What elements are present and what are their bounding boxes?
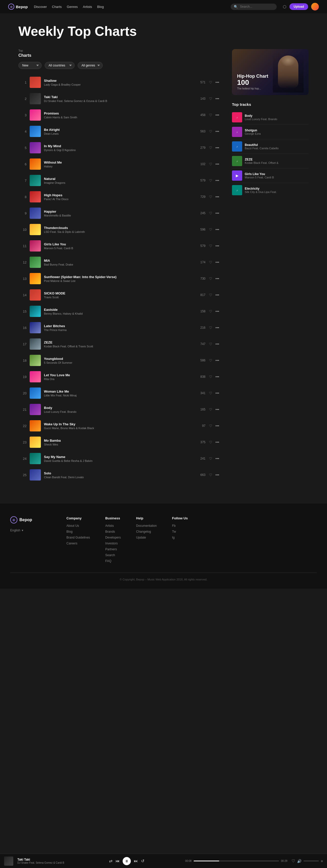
like-button[interactable]: ♡ <box>208 194 213 199</box>
prev-button[interactable]: ⏮ <box>116 859 120 863</box>
footer-link[interactable]: Blog <box>66 530 72 533</box>
chart-row[interactable]: 8 High Hopes Panic! At The Disco 729 ♡ •… <box>19 189 222 205</box>
chart-row[interactable]: 19 Let You Love Me Rita Ora 838 ♡ ••• <box>19 369 222 385</box>
more-button[interactable]: ••• <box>215 341 220 347</box>
nav-artists[interactable]: Artists <box>83 5 92 9</box>
like-button[interactable]: ♡ <box>208 243 213 248</box>
chart-row[interactable]: 16 Later Bitches The Prince Karma 216 ♡ … <box>19 319 222 336</box>
chart-row[interactable]: 17 ZEZE Kodak Black Feat. Offset & Travi… <box>19 336 222 352</box>
chart-row[interactable]: 22 Wake Up In The Sky Gucci Mane, Bruno … <box>19 417 222 434</box>
more-button[interactable]: ••• <box>215 309 220 314</box>
more-button[interactable]: ••• <box>215 423 220 428</box>
like-button[interactable]: ♡ <box>208 374 213 379</box>
footer-link[interactable]: Tw <box>172 530 176 533</box>
like-button[interactable]: ♡ <box>208 276 213 281</box>
like-button[interactable]: ♡ <box>208 260 213 265</box>
more-button[interactable]: ••• <box>215 227 220 232</box>
chart-row[interactable]: 3 Promises Calvin Harris & Sam Smith 458… <box>19 107 222 123</box>
more-button[interactable]: ••• <box>215 374 220 379</box>
footer-link[interactable]: Brands <box>105 530 115 533</box>
chart-row[interactable]: 21 Body Loud Luxury Feat. Brando 165 ♡ •… <box>19 401 222 417</box>
country-filter[interactable]: All countries United States UK <box>45 62 75 69</box>
like-button[interactable]: ♡ <box>208 96 213 101</box>
repeat-button[interactable]: ↺ <box>141 859 144 863</box>
like-button[interactable]: ♡ <box>208 407 213 412</box>
more-button[interactable]: ••• <box>215 243 220 248</box>
top-track-item[interactable]: ♪ Electricity Silk City & Dua Lipa Feat. <box>232 183 308 197</box>
chart-row[interactable]: 24 Say My Name David Guetta & Bebe Rexha… <box>19 451 222 467</box>
logo[interactable]: ◎ Bepop <box>8 4 28 10</box>
chart-row[interactable]: 18 Youngblood 5 Seconds Of Summer 586 ♡ … <box>19 352 222 369</box>
avatar[interactable] <box>311 3 319 10</box>
more-button[interactable]: ••• <box>215 80 220 85</box>
nav-charts[interactable]: Charts <box>52 5 62 9</box>
notification-icon[interactable]: ⬡ <box>283 4 286 9</box>
more-button[interactable]: ••• <box>215 276 220 281</box>
shuffle-button[interactable]: ⇄ <box>109 859 112 863</box>
nav-genres[interactable]: Genres <box>67 5 78 9</box>
footer-link[interactable]: Partners <box>105 548 117 551</box>
chart-row[interactable]: 25 Solo Clean Bandit Feat. Demi Lovato 6… <box>19 467 222 483</box>
search-input[interactable] <box>240 5 270 8</box>
more-button[interactable]: ••• <box>215 292 220 298</box>
nav-discover[interactable]: Discover <box>34 5 47 9</box>
like-button[interactable]: ♡ <box>208 440 213 445</box>
chart-row[interactable]: 23 Mo Bamba Sheck Wes 375 ♡ ••• <box>19 434 222 451</box>
footer-link[interactable]: About Us <box>66 524 79 528</box>
top-track-item[interactable]: ♪ Body Loud Luxury Feat. Brando <box>232 110 308 125</box>
like-button[interactable]: ♡ <box>208 211 213 216</box>
more-button[interactable]: ••• <box>215 391 220 396</box>
upload-button[interactable]: Upload <box>289 3 308 10</box>
progress-track[interactable] <box>194 861 279 861</box>
footer-link[interactable]: Documentation <box>136 524 157 528</box>
footer-link[interactable]: Brand Guidelines <box>66 536 90 539</box>
chart-row[interactable]: 4 Be Alright Dean Lewis 563 ♡ ••• <box>19 123 222 140</box>
chart-row[interactable]: 9 Happier Marshmello & Bastille 245 ♡ ••… <box>19 205 222 221</box>
like-button[interactable]: ♡ <box>208 325 213 330</box>
top-track-item[interactable]: ♪ Shotgun George Ezra <box>232 125 308 139</box>
more-button[interactable]: ••• <box>215 456 220 461</box>
chart-row[interactable]: 1 Shallow Lady Gaga & Bradley Cooper 571… <box>19 74 222 91</box>
like-button[interactable]: ♡ <box>208 423 213 428</box>
more-button[interactable]: ••• <box>215 113 220 118</box>
more-button[interactable]: ••• <box>215 358 220 363</box>
more-button[interactable]: ••• <box>215 440 220 445</box>
chart-row[interactable]: 15 Eastside Benny Blanco, Halsey & Khali… <box>19 303 222 319</box>
volume-bar[interactable] <box>303 861 319 861</box>
footer-link[interactable]: Investors <box>105 541 118 545</box>
heart-player-button[interactable]: ♡ <box>292 859 295 863</box>
like-button[interactable]: ♡ <box>208 80 213 85</box>
more-button[interactable]: ••• <box>215 325 220 330</box>
chart-row[interactable]: 11 Girls Like You Maroon 5 Feat. Cardi B… <box>19 238 222 254</box>
chart-row[interactable]: 20 Woman Like Me Little Mix Feat. Nicki … <box>19 385 222 401</box>
like-button[interactable]: ♡ <box>208 358 213 363</box>
chart-row[interactable]: 12 MIA Bad Bunny Feat. Drake 174 ♡ ••• <box>19 254 222 271</box>
more-button[interactable]: ••• <box>215 145 220 150</box>
like-button[interactable]: ♡ <box>208 309 213 314</box>
chart-row[interactable]: 13 Sunflower (Spider-Man: Into the Spide… <box>19 271 222 287</box>
chart-row[interactable]: 10 Thunderclouds LSD Feat. Sia & Diplo &… <box>19 221 222 238</box>
like-button[interactable]: ♡ <box>208 145 213 150</box>
footer-link[interactable]: Search <box>105 553 115 557</box>
like-button[interactable]: ♡ <box>208 391 213 396</box>
top-track-item[interactable]: ♪ ZEZE Kodak Black Feat. Offset & <box>232 154 308 168</box>
chart-row[interactable]: 2 Taki Taki DJ Snake Feat. Selena Gomez … <box>19 91 222 107</box>
more-button[interactable]: ••• <box>215 194 220 199</box>
like-button[interactable]: ♡ <box>208 129 213 134</box>
chart-row[interactable]: 5 In My Mind Dynoro & Gigi D'Agostino 27… <box>19 140 222 156</box>
footer-link[interactable]: Fb <box>172 524 175 528</box>
chart-row[interactable]: 14 SICKO MODE Travis Scott 817 ♡ ••• <box>19 287 222 303</box>
like-button[interactable]: ♡ <box>208 227 213 232</box>
chart-row[interactable]: 6 Without Me Halsey 102 ♡ ••• <box>19 156 222 172</box>
like-button[interactable]: ♡ <box>208 341 213 347</box>
footer-link[interactable]: Update <box>136 536 146 539</box>
footer-link[interactable]: Careers <box>66 541 77 545</box>
chart-row[interactable]: 7 Natural Imagine Dragons 579 ♡ ••• <box>19 172 222 189</box>
more-button[interactable]: ••• <box>215 407 220 412</box>
play-pause-button[interactable]: ⏸ <box>123 857 131 865</box>
next-button[interactable]: ⏭ <box>134 859 138 863</box>
footer-link[interactable]: FAQ <box>105 559 111 563</box>
like-button[interactable]: ♡ <box>208 113 213 118</box>
footer-link[interactable]: Changelog <box>136 530 151 533</box>
sort-filter[interactable]: New Popular Trending <box>19 62 42 69</box>
